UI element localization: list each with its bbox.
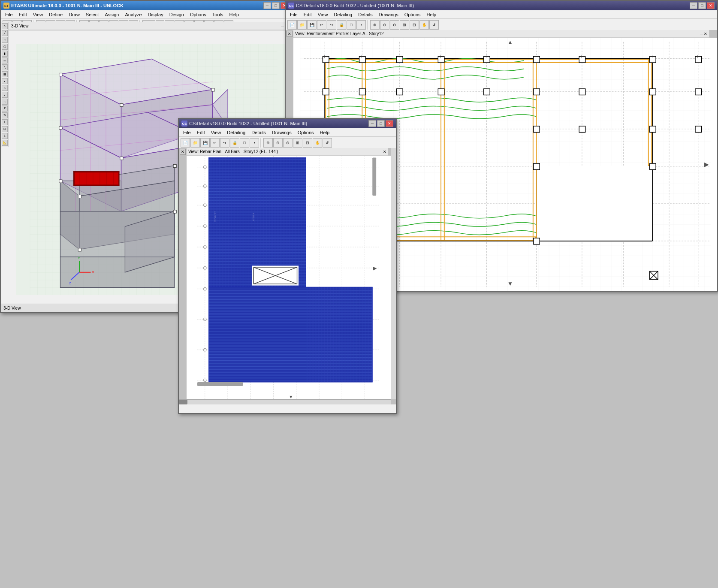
csi-tb-lock[interactable]: 🔒 <box>337 20 346 30</box>
menu-draw[interactable]: Draw <box>66 12 82 18</box>
ltb-info[interactable]: ℹ <box>2 133 8 139</box>
etabs-minimize-btn[interactable]: ─ <box>263 2 271 9</box>
main-view-minimize[interactable]: ─ <box>700 32 703 36</box>
csidetail-menu-help[interactable]: Help <box>424 12 439 18</box>
csi-tb-save[interactable]: 💾 <box>307 20 317 30</box>
csi-tb-rect[interactable]: □ <box>347 20 356 30</box>
menu-help[interactable]: Help <box>227 12 242 18</box>
ltb-open[interactable]: ○ <box>2 85 8 91</box>
menu-design[interactable]: Design <box>167 12 187 18</box>
menu-display[interactable]: Display <box>145 12 166 18</box>
ltb-measure[interactable]: 📐 <box>2 140 8 146</box>
sub-menu-file[interactable]: File <box>181 130 193 136</box>
sub-view-close[interactable]: ✕ <box>383 150 386 154</box>
main-view-close[interactable]: ✕ <box>704 32 707 36</box>
ltb-move[interactable]: ✛ <box>2 119 8 125</box>
sub-tb-new[interactable]: 📄 <box>181 138 190 148</box>
ltb-slab[interactable]: ▦ <box>2 71 8 77</box>
menu-edit[interactable]: Edit <box>16 12 30 18</box>
ltb-arrow[interactable]: ↖ <box>2 23 8 29</box>
csidetail-menu-view[interactable]: View <box>315 12 331 18</box>
csidetail-main-maximize[interactable]: □ <box>698 2 706 9</box>
ltb-dim[interactable]: ↔ <box>2 99 8 105</box>
sub-tb-fill[interactable]: ▪ <box>250 138 259 148</box>
ltb-col[interactable]: ▮ <box>2 51 8 57</box>
csi-tb-new[interactable]: 📄 <box>287 20 297 30</box>
csidetail-sub-controls[interactable]: ─ □ ✕ <box>368 120 393 127</box>
csidetail-menu-detailing[interactable]: Detailing <box>331 12 355 18</box>
csidetail-menu-file[interactable]: File <box>287 12 300 18</box>
sub-tb-zoom-all[interactable]: ⊞ <box>293 138 302 148</box>
csi-tb-undo[interactable]: ↩ <box>317 20 326 30</box>
svg-text:|: | <box>361 54 362 58</box>
sub-tb-zoom-out[interactable]: ⊖ <box>273 138 283 148</box>
csidetail-sub-minimize[interactable]: ─ <box>368 120 376 127</box>
menu-assign[interactable]: Assign <box>102 12 121 18</box>
menu-view[interactable]: View <box>30 12 46 18</box>
sub-tb-rect[interactable]: □ <box>240 138 249 148</box>
menu-file[interactable]: File <box>3 12 15 18</box>
csidetail-sub-maximize[interactable]: □ <box>377 120 385 127</box>
sub-tb-zoom-w[interactable]: ⊙ <box>283 138 293 148</box>
csi-tb-zoom-out[interactable]: ⊖ <box>380 20 389 30</box>
sub-menu-view[interactable]: View <box>208 130 224 136</box>
sub-tb-redo[interactable]: ↪ <box>220 138 229 148</box>
ltb-node[interactable]: • <box>2 92 8 98</box>
etabs-view-minimize[interactable]: ─ <box>281 24 284 28</box>
menu-options[interactable]: Options <box>187 12 209 18</box>
etabs-maximize-btn[interactable]: □ <box>272 2 280 9</box>
ltb-line[interactable]: ╱ <box>2 30 8 36</box>
csi-tb-refresh[interactable]: ↺ <box>429 20 439 30</box>
csidetail-menu-options[interactable]: Options <box>402 12 423 18</box>
csidetail-main-close[interactable]: ✕ <box>707 2 715 9</box>
sub-menu-help[interactable]: Help <box>317 130 332 136</box>
svg-text:|: | <box>398 54 399 58</box>
sub-menu-detailing[interactable]: Detailing <box>224 130 248 136</box>
csi-tb-redo[interactable]: ↪ <box>327 20 336 30</box>
sub-menu-drawings[interactable]: Drawings <box>269 130 294 136</box>
csidetail-menu-drawings[interactable]: Drawings <box>376 12 401 18</box>
hscroll-thumb[interactable] <box>179 400 187 404</box>
ltb-select[interactable]: ⊡ <box>2 126 8 132</box>
ltb-erase[interactable]: ✗ <box>2 106 8 112</box>
csi-tb-zoom-in[interactable]: ⊕ <box>370 20 380 30</box>
view-close-small[interactable]: ✕ <box>287 31 293 37</box>
sub-view-close-small[interactable]: ✕ <box>180 149 186 155</box>
ltb-rect[interactable]: □ <box>2 37 8 43</box>
sub-menu-edit[interactable]: Edit <box>194 130 208 136</box>
menu-tools[interactable]: Tools <box>210 12 226 18</box>
menu-select[interactable]: Select <box>83 12 102 18</box>
csi-tb-open[interactable]: 📁 <box>297 20 307 30</box>
ltb-beam[interactable]: ═ <box>2 57 8 63</box>
sub-view-minimize[interactable]: ─ <box>380 150 382 154</box>
sub-menu-options[interactable]: Options <box>295 130 317 136</box>
sub-tb-zoom-in[interactable]: ⊕ <box>263 138 273 148</box>
sub-tb-zoom5[interactable]: ⊟ <box>303 138 312 148</box>
ltb-rotate[interactable]: ↻ <box>2 112 8 118</box>
ltb-wall[interactable]: ▪ <box>2 78 8 84</box>
menu-analyze[interactable]: Analyze <box>122 12 144 18</box>
sub-tb-refresh[interactable]: ↺ <box>323 138 332 148</box>
rebar-plan-hscroll[interactable] <box>179 399 391 404</box>
csi-tb-zoom5[interactable]: ⊟ <box>410 20 419 30</box>
csidetail-main-minimize[interactable]: ─ <box>690 2 697 9</box>
csidetail-menu-details[interactable]: Details <box>356 12 375 18</box>
ltb-poly[interactable]: ⬡ <box>2 44 8 50</box>
sub-tb-undo[interactable]: ↩ <box>210 138 220 148</box>
sub-tb-lock[interactable]: 🔒 <box>230 138 239 148</box>
csidetail-sub-close[interactable]: ✕ <box>386 120 393 127</box>
sub-tb-save[interactable]: 💾 <box>200 138 210 148</box>
csi-tb-zoom-all[interactable]: ⊞ <box>400 20 409 30</box>
csi-tb-zoom-w[interactable]: ⊙ <box>390 20 399 30</box>
csidetail-sub-window[interactable]: CS CSiDetail v18.0.0 Build 1032 - Untitl… <box>178 118 397 414</box>
sub-menu-details[interactable]: Details <box>249 130 268 136</box>
sub-tb-pan[interactable]: ✋ <box>313 138 322 148</box>
ltb-brace[interactable]: ╲ <box>2 64 8 70</box>
csidetail-main-controls[interactable]: ─ □ ✕ <box>690 2 715 9</box>
sub-tb-open[interactable]: 📁 <box>190 138 200 148</box>
csi-tb-fill[interactable]: ▪ <box>356 20 366 30</box>
csi-tb-pan[interactable]: ✋ <box>419 20 429 30</box>
rebar-plan-vscroll[interactable] <box>391 148 396 399</box>
menu-define[interactable]: Define <box>46 12 65 18</box>
csidetail-menu-edit[interactable]: Edit <box>301 12 314 18</box>
